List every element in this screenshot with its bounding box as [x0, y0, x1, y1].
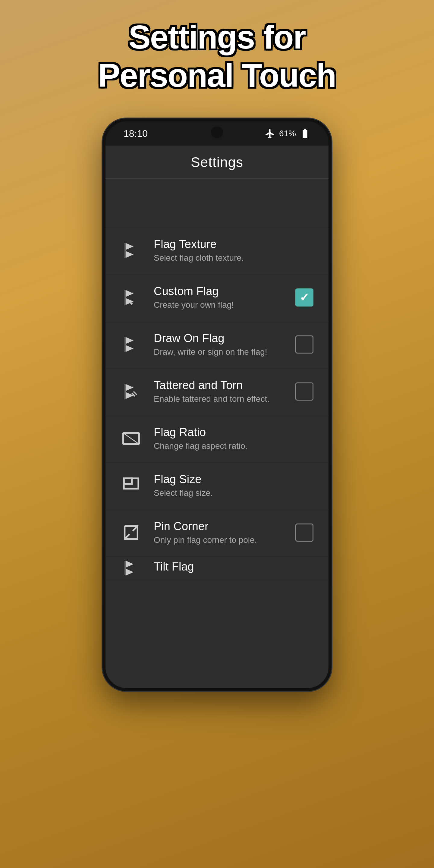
app-title: Settings	[191, 154, 243, 170]
flag-ratio-subtitle: Change flag aspect ratio.	[154, 441, 313, 451]
svg-text:+: +	[130, 300, 133, 307]
settings-item-tattered[interactable]: Tattered and Torn Enable tattered and to…	[105, 368, 329, 415]
settings-item-tilt-flag[interactable]: Tilt Flag	[105, 556, 329, 580]
svg-line-2	[133, 392, 137, 395]
tilt-flag-title: Tilt Flag	[154, 560, 313, 573]
custom-flag-checkbox[interactable]	[296, 288, 313, 307]
flag-size-subtitle: Select flag size.	[154, 488, 313, 498]
settings-item-flag-size[interactable]: Flag Size Select flag size.	[105, 462, 329, 509]
tattered-flag-icon	[121, 381, 142, 402]
status-time: 18:10	[124, 128, 148, 139]
draw-flag-text: Draw On Flag Draw, write or sign on the …	[154, 332, 283, 357]
flag-texture-text: Flag Texture Select flag cloth texture.	[154, 238, 313, 263]
svg-line-4	[123, 433, 139, 444]
battery-percent: 61%	[279, 129, 296, 138]
custom-flag-title: Custom Flag	[154, 285, 283, 298]
flag-texture-icon	[121, 240, 142, 261]
tilt-flag-icon	[121, 558, 142, 579]
empty-section	[105, 179, 329, 227]
tattered-control[interactable]	[296, 382, 313, 401]
flag-size-icon	[121, 475, 142, 496]
status-icons: 61%	[265, 128, 310, 139]
airplane-mode-icon	[265, 128, 276, 139]
headline-line1: Settings for	[128, 19, 305, 56]
flag-size-text: Flag Size Select flag size.	[154, 473, 313, 498]
draw-flag-control[interactable]	[296, 336, 313, 353]
status-bar: 18:10 61%	[105, 121, 329, 146]
app-content: Settings Flag Texture Select flag cloth …	[105, 146, 329, 688]
draw-flag-subtitle: Draw, write or sign on the flag!	[154, 347, 283, 357]
app-header: Settings	[105, 146, 329, 179]
custom-flag-icon: +	[121, 287, 142, 308]
custom-flag-text: Custom Flag Create your own flag!	[154, 285, 283, 310]
battery-icon	[300, 128, 310, 139]
settings-item-custom-flag[interactable]: + Custom Flag Create your own flag!	[105, 274, 329, 321]
tattered-subtitle: Enable tattered and torn effect.	[154, 394, 283, 404]
settings-item-pin-corner[interactable]: Pin Corner Only pin flag corner to pole.	[105, 509, 329, 556]
settings-item-draw-flag[interactable]: Draw On Flag Draw, write or sign on the …	[105, 321, 329, 368]
tattered-checkbox[interactable]	[296, 382, 313, 401]
draw-flag-icon	[121, 334, 142, 355]
settings-item-flag-texture[interactable]: Flag Texture Select flag cloth texture.	[105, 227, 329, 274]
flag-ratio-icon	[121, 428, 142, 449]
pin-corner-icon	[121, 522, 142, 543]
flag-ratio-text: Flag Ratio Change flag aspect ratio.	[154, 426, 313, 451]
flag-size-title: Flag Size	[154, 473, 313, 486]
page-headline: Settings for Personal Touch	[74, 18, 360, 94]
draw-flag-title: Draw On Flag	[154, 332, 283, 345]
custom-flag-control[interactable]	[296, 288, 313, 307]
pin-corner-checkbox[interactable]	[296, 524, 313, 541]
headline-line2: Personal Touch	[98, 57, 336, 94]
pin-corner-subtitle: Only pin flag corner to pole.	[154, 535, 283, 545]
settings-item-flag-ratio[interactable]: Flag Ratio Change flag aspect ratio.	[105, 415, 329, 462]
pin-corner-text: Pin Corner Only pin flag corner to pole.	[154, 520, 283, 545]
phone-frame: 18:10 61% Settings	[102, 119, 332, 691]
tilt-flag-text: Tilt Flag	[154, 560, 313, 576]
pin-corner-control[interactable]	[296, 524, 313, 541]
settings-list: Flag Texture Select flag cloth texture. …	[105, 227, 329, 580]
tattered-text: Tattered and Torn Enable tattered and to…	[154, 379, 283, 404]
svg-rect-5	[124, 478, 132, 484]
flag-ratio-title: Flag Ratio	[154, 426, 313, 439]
flag-texture-subtitle: Select flag cloth texture.	[154, 253, 313, 263]
tattered-title: Tattered and Torn	[154, 379, 283, 392]
pin-corner-title: Pin Corner	[154, 520, 283, 533]
flag-texture-title: Flag Texture	[154, 238, 313, 251]
draw-flag-checkbox[interactable]	[296, 336, 313, 353]
custom-flag-subtitle: Create your own flag!	[154, 300, 283, 310]
